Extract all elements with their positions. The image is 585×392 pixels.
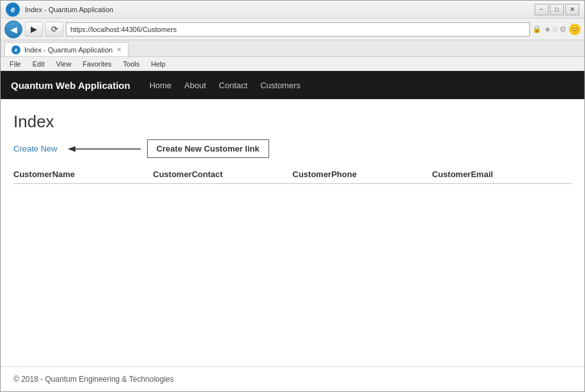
menu-edit[interactable]: Edit	[27, 59, 50, 69]
app-navbar: Quantum Web Application Home About Conta…	[1, 71, 584, 99]
menu-bar: File Edit View Favorites Tools Help	[1, 57, 584, 71]
footer: © 2018 - Quantum Engineering & Technolog…	[1, 366, 584, 391]
address-bar: ◀ ▶ ⟳ 🔒 ★ ☆ ⚙ 😊	[1, 19, 584, 40]
col-customer-phone: CustomerPhone	[293, 166, 432, 184]
star-icon-2[interactable]: ☆	[552, 25, 559, 34]
forward-button[interactable]: ▶	[25, 22, 43, 37]
tab-icon: e	[12, 45, 20, 54]
gear-icon[interactable]: ⚙	[559, 25, 566, 34]
col-customer-email: CustomerEmail	[432, 166, 572, 184]
address-right: 🔒 ★ ☆ ⚙ 😊	[533, 24, 581, 35]
menu-help[interactable]: Help	[146, 59, 171, 69]
table-header-row: CustomerName CustomerContact CustomerPho…	[13, 166, 572, 184]
app-nav-links: Home About Contact Customers	[150, 78, 300, 93]
title-bar-controls: − □ ✕	[534, 4, 579, 15]
address-input[interactable]	[66, 22, 530, 36]
back-button[interactable]: ◀	[4, 20, 22, 38]
title-bar-left: e Index - Quantum Application	[6, 3, 113, 17]
app-brand: Quantum Web Application	[11, 80, 130, 91]
main-content: Index Create New Create New Customer lin…	[1, 99, 584, 366]
create-new-link[interactable]: Create New	[13, 144, 58, 153]
menu-tools[interactable]: Tools	[118, 59, 145, 69]
menu-favorites[interactable]: Favorites	[77, 59, 116, 69]
customers-table: CustomerName CustomerContact CustomerPho…	[13, 166, 572, 184]
window-frame: e Index - Quantum Application − □ ✕ ◀ ▶ …	[0, 0, 585, 392]
maximize-button[interactable]: □	[550, 4, 564, 15]
star-icon[interactable]: ★	[544, 25, 551, 34]
col-customer-contact: CustomerContact	[153, 166, 292, 184]
nav-contact[interactable]: Contact	[219, 78, 247, 93]
window-title: Index - Quantum Application	[25, 6, 113, 13]
annotation-wrapper: Create New Customer link	[70, 139, 269, 158]
menu-file[interactable]: File	[4, 59, 26, 69]
browser-icon: e	[6, 3, 20, 17]
col-customer-name: CustomerName	[13, 166, 153, 184]
minimize-button[interactable]: −	[534, 4, 549, 15]
star-icons: ★ ☆ ⚙	[544, 25, 566, 34]
browser-tab[interactable]: e Index - Quantum Application ✕	[4, 42, 129, 56]
menu-view[interactable]: View	[51, 59, 77, 69]
tab-close-button[interactable]: ✕	[116, 46, 121, 53]
arrow-svg	[70, 141, 147, 157]
lock-icon: 🔒	[533, 25, 542, 33]
nav-about[interactable]: About	[184, 78, 206, 93]
tab-label: Index - Quantum Application	[24, 46, 113, 54]
nav-customers[interactable]: Customers	[260, 78, 300, 93]
create-new-row: Create New Create New Customer link	[13, 139, 572, 158]
table-header: CustomerName CustomerContact CustomerPho…	[13, 166, 572, 184]
page-title: Index	[13, 112, 572, 132]
refresh-button[interactable]: ⟳	[45, 22, 63, 37]
tab-bar: e Index - Quantum Application ✕	[1, 40, 584, 57]
smiley-icon: 😊	[569, 24, 581, 35]
nav-home[interactable]: Home	[150, 78, 172, 93]
close-button[interactable]: ✕	[565, 4, 579, 15]
annotation-box: Create New Customer link	[147, 139, 269, 158]
title-bar: e Index - Quantum Application − □ ✕	[1, 1, 584, 19]
footer-text: © 2018 - Quantum Engineering & Technolog…	[13, 375, 174, 384]
